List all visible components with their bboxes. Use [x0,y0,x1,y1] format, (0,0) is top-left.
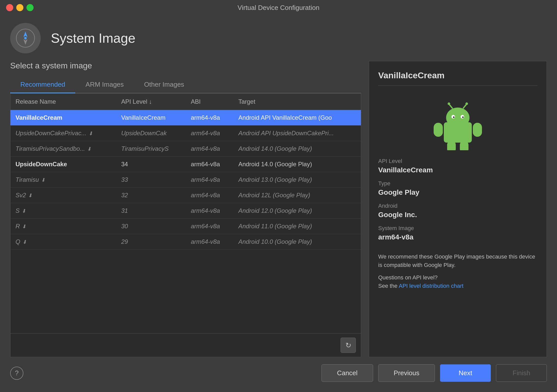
col-header-abi: ABI [186,94,233,110]
svg-point-9 [462,116,464,118]
cell-target: Android 14.0 (Google Play) [233,141,361,157]
api-level-question: Questions on API level? See the API leve… [378,273,537,290]
page-header: System Image [10,15,547,61]
window-title: Virtual Device Configuration [238,4,319,12]
cell-api-level: 31 [116,203,186,219]
api-level-block: API Level VanillaIceCream [378,158,537,174]
table-row[interactable]: Q⬇29arm64-v8aAndroid 10.0 (Google Play) [10,234,361,250]
svg-rect-14 [434,123,443,137]
table-row[interactable]: Sv2⬇32arm64-v8aAndroid 12L (Google Play) [10,188,361,203]
type-block: Type Google Play [378,180,537,197]
android-figure [378,99,537,150]
svg-point-8 [453,116,455,118]
svg-point-3 [24,37,27,39]
cell-target: Android API UpsideDownCakePri... [233,126,361,141]
col-header-release-name[interactable]: Release Name [10,94,116,110]
table-row[interactable]: R⬇30arm64-v8aAndroid 11.0 (Google Play) [10,219,361,234]
col-header-target: Target [233,94,361,110]
cell-api-level: 29 [116,234,186,250]
table-row[interactable]: VanillaIceCreamVanillaIceCreamarm64-v8aA… [10,110,361,126]
cell-api-level: 30 [116,219,186,234]
system-image-label: System Image [378,225,537,232]
table-footer: ↻ [10,334,361,357]
cell-release-name: Q⬇ [10,234,116,250]
cell-abi: arm64-v8a [186,126,233,141]
cell-release-name: S⬇ [10,203,116,219]
finish-button: Finish [496,364,547,382]
type-value: Google Play [378,188,537,197]
svg-point-12 [448,102,450,105]
action-buttons: Cancel Previous Next Finish [321,364,547,382]
previous-button[interactable]: Previous [378,364,435,382]
cell-api-level: 34 [116,157,186,172]
tab-bar: Recommended ARM Images Other Images [10,77,361,93]
minimize-button[interactable] [16,4,23,11]
system-image-value: arm64-v8a [378,233,537,241]
cell-release-name: Tiramisu⬇ [10,172,116,188]
cell-abi: arm64-v8a [186,219,233,234]
tab-other-images[interactable]: Other Images [134,77,195,93]
android-value: Google Inc. [378,211,537,219]
content-area: Select a system image Recommended ARM Im… [10,61,547,357]
tab-recommended[interactable]: Recommended [10,77,75,93]
maximize-button[interactable] [26,4,34,11]
section-title: Select a system image [10,61,361,70]
next-button[interactable]: Next [440,364,491,382]
cell-target: Android 11.0 (Google Play) [233,219,361,234]
page-title: System Image [51,31,135,46]
table-row[interactable]: TiramisuPrivacySandbo...⬇TiramisuPrivacy… [10,141,361,157]
cell-target: Android 12L (Google Play) [233,188,361,203]
close-button[interactable] [6,4,13,11]
description-text: We recommend these Google Play images be… [378,252,537,269]
system-image-block: System Image arm64-v8a [378,225,537,241]
main-window: System Image Select a system image Recom… [0,15,557,392]
cell-api-level: 32 [116,188,186,203]
cell-abi: arm64-v8a [186,203,233,219]
android-block: Android Google Inc. [378,203,537,219]
bottom-bar: ? Cancel Previous Next Finish [10,357,547,382]
left-panel: Select a system image Recommended ARM Im… [10,61,361,357]
cell-abi: arm64-v8a [186,141,233,157]
cell-release-name: TiramisuPrivacySandbo...⬇ [10,141,116,157]
title-bar: Virtual Device Configuration [0,0,557,15]
right-panel: VanillaIceCream [369,61,547,357]
table-row[interactable]: Tiramisu⬇33arm64-v8aAndroid 13.0 (Google… [10,172,361,188]
svg-rect-15 [473,123,482,137]
cell-target: Android 13.0 (Google Play) [233,172,361,188]
android-label: Android [378,203,537,209]
cell-release-name: R⬇ [10,219,116,234]
cell-release-name: VanillaIceCream [10,110,116,126]
system-image-table: Release Name API Level ↓ ABI Target [10,93,361,334]
cell-abi: arm64-v8a [186,188,233,203]
svg-rect-16 [447,141,456,150]
api-level-label: API Level [378,158,537,164]
selected-image-name: VanillaIceCream [378,70,537,86]
cell-abi: arm64-v8a [186,110,233,126]
cancel-button[interactable]: Cancel [321,364,373,382]
cell-release-name: UpsideDownCake [10,157,116,172]
refresh-button[interactable]: ↻ [341,338,356,353]
cell-api-level: UpsideDownCak [116,126,186,141]
app-icon [10,23,41,53]
svg-rect-17 [460,141,468,150]
cell-abi: arm64-v8a [186,157,233,172]
cell-api-level: 33 [116,172,186,188]
cell-target: Android API VanillaIceCream (Goo [233,110,361,126]
table-row[interactable]: UpsideDownCake34arm64-v8aAndroid 14.0 (G… [10,157,361,172]
table-row[interactable]: S⬇31arm64-v8aAndroid 12.0 (Google Play) [10,203,361,219]
type-label: Type [378,180,537,187]
cell-api-level: TiramisuPrivacyS [116,141,186,157]
cell-abi: arm64-v8a [186,172,233,188]
cell-api-level: VanillaIceCream [116,110,186,126]
cell-abi: arm64-v8a [186,234,233,250]
cell-target: Android 12.0 (Google Play) [233,203,361,219]
help-button[interactable]: ? [10,367,23,380]
tab-arm-images[interactable]: ARM Images [75,77,134,93]
api-distribution-link[interactable]: API level distribution chart [399,283,463,289]
table-row[interactable]: UpsideDownCakePrivac...⬇UpsideDownCakarm… [10,126,361,141]
cell-release-name: Sv2⬇ [10,188,116,203]
svg-point-5 [446,108,470,128]
cell-target: Android 10.0 (Google Play) [233,234,361,250]
col-header-api-level[interactable]: API Level ↓ [116,94,186,110]
svg-point-13 [465,102,468,105]
